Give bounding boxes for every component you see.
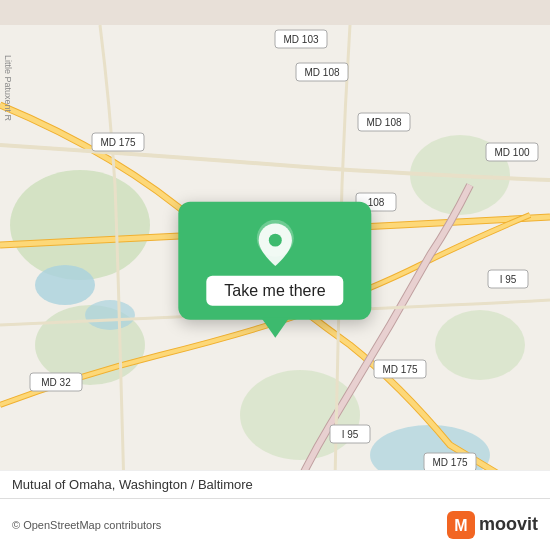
location-label: Mutual of Omaha, Washington / Baltimore	[0, 470, 550, 498]
take-me-there-button[interactable]: Take me there	[206, 276, 343, 306]
svg-text:M: M	[454, 517, 467, 534]
location-pin-icon	[251, 220, 299, 268]
svg-point-1	[10, 170, 150, 280]
svg-text:MD 175: MD 175	[100, 137, 135, 148]
map-container: MD 103 MD 108 MD 108 MD 175 108 MD 100 I…	[0, 0, 550, 550]
svg-text:I 95: I 95	[342, 429, 359, 440]
svg-text:108: 108	[368, 197, 385, 208]
moovit-logo: M moovit	[447, 511, 538, 539]
svg-text:MD 103: MD 103	[283, 34, 318, 45]
svg-text:MD 175: MD 175	[432, 457, 467, 468]
location-text: Mutual of Omaha, Washington / Baltimore	[12, 477, 253, 492]
svg-point-5	[240, 370, 360, 460]
svg-point-7	[85, 300, 135, 330]
moovit-brand-text: moovit	[479, 514, 538, 535]
svg-text:MD 108: MD 108	[366, 117, 401, 128]
map-attribution: © OpenStreetMap contributors	[12, 519, 161, 531]
moovit-brand-icon: M	[447, 511, 475, 539]
svg-text:Little Patuxent R: Little Patuxent R	[3, 55, 13, 122]
svg-text:MD 175: MD 175	[382, 364, 417, 375]
svg-text:MD 32: MD 32	[41, 377, 71, 388]
svg-text:I 95: I 95	[500, 274, 517, 285]
popup-card: Take me there	[178, 202, 371, 320]
svg-text:MD 108: MD 108	[304, 67, 339, 78]
bottom-bar: © OpenStreetMap contributors M moovit	[0, 498, 550, 550]
svg-point-6	[35, 265, 95, 305]
svg-point-4	[435, 310, 525, 380]
svg-point-33	[269, 234, 282, 247]
svg-text:MD 100: MD 100	[494, 147, 529, 158]
